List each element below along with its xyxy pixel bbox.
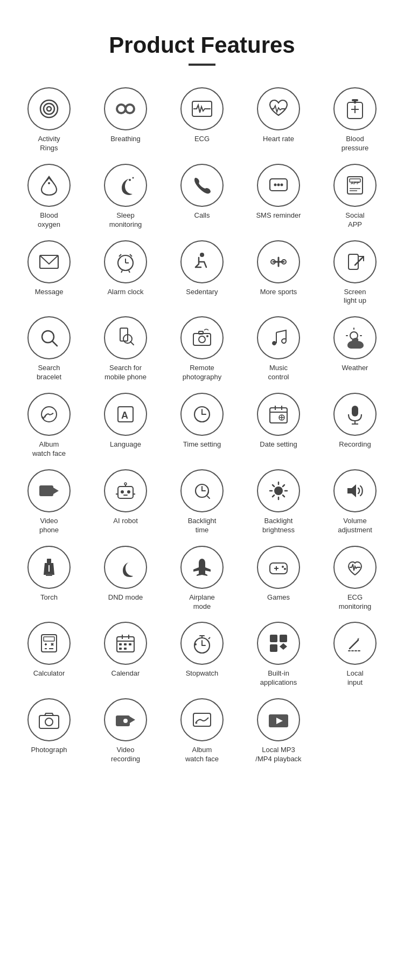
feature-weather: Weather bbox=[319, 316, 391, 382]
feature-search-mobile: Search formobile phone bbox=[90, 316, 161, 382]
activity-rings-icon-circle bbox=[27, 87, 71, 130]
feature-sedentary: Sedentary bbox=[166, 240, 238, 306]
feature-dnd-mode: DND mode bbox=[90, 546, 161, 611]
feature-album-watch-face2: Albumwatch face bbox=[166, 698, 238, 764]
feature-social-app: APP SocialAPP bbox=[319, 164, 391, 230]
torch-icon-circle bbox=[27, 546, 71, 589]
svg-rect-132 bbox=[39, 715, 59, 728]
album-watch-face-icon-circle bbox=[27, 393, 71, 436]
svg-point-74 bbox=[121, 490, 124, 494]
recording-icon-circle bbox=[333, 393, 377, 436]
feature-message: Message bbox=[13, 240, 85, 306]
alarm-clock-label: Alarm clock bbox=[107, 288, 143, 297]
svg-rect-129 bbox=[270, 644, 277, 652]
search-bracelet-icon-circle bbox=[27, 316, 71, 359]
photograph-label: Photograph bbox=[31, 746, 67, 755]
feature-date-setting: Date setting bbox=[243, 393, 314, 458]
svg-line-92 bbox=[283, 485, 284, 486]
games-icon-circle bbox=[257, 546, 300, 589]
feature-sms-reminder: SMS reminder bbox=[243, 164, 314, 230]
time-setting-icon-circle bbox=[180, 393, 224, 436]
svg-rect-119 bbox=[124, 648, 127, 650]
torch-label: Torch bbox=[40, 593, 58, 602]
svg-line-93 bbox=[273, 495, 274, 497]
message-icon-circle bbox=[27, 240, 71, 283]
calculator-icon-circle bbox=[27, 622, 71, 665]
album-watch-face-label: Albumwatch face bbox=[32, 440, 66, 458]
svg-point-13 bbox=[48, 182, 50, 184]
music-control-label: Musiccontrol bbox=[268, 364, 289, 382]
social-app-label: SocialAPP bbox=[345, 211, 364, 230]
svg-rect-45 bbox=[193, 333, 211, 345]
date-setting-label: Date setting bbox=[260, 440, 297, 449]
svg-line-84 bbox=[207, 496, 210, 498]
volume-adjustment-icon-circle bbox=[333, 469, 377, 512]
dnd-mode-label: DND mode bbox=[108, 593, 143, 602]
svg-point-126 bbox=[194, 643, 197, 645]
feature-ecg-monitoring: ECGmonitoring bbox=[319, 546, 391, 611]
remote-photography-icon-circle bbox=[180, 316, 224, 359]
svg-rect-115 bbox=[119, 643, 122, 645]
ecg-label: ECG bbox=[194, 135, 210, 144]
svg-point-6 bbox=[127, 106, 133, 112]
built-in-apps-icon-circle bbox=[257, 622, 300, 665]
svg-point-14 bbox=[129, 179, 131, 181]
sleep-monitoring-icon-circle bbox=[104, 164, 147, 207]
feature-music-control: Musiccontrol bbox=[243, 316, 314, 382]
breathing-label: Breathing bbox=[110, 135, 141, 144]
sms-reminder-icon-circle bbox=[257, 164, 300, 207]
video-recording-icon-circle bbox=[104, 698, 147, 741]
feature-stopwatch: Stopwatch bbox=[166, 622, 238, 687]
social-app-icon-circle: APP bbox=[333, 164, 377, 207]
message-label: Message bbox=[35, 288, 64, 297]
calls-label: Calls bbox=[194, 211, 210, 220]
calculator-label: Calculator bbox=[33, 669, 65, 678]
heart-rate-icon-circle bbox=[257, 87, 300, 130]
svg-rect-95 bbox=[47, 559, 51, 563]
feature-video-phone: Videophone bbox=[13, 469, 85, 535]
svg-point-1 bbox=[44, 103, 54, 114]
svg-point-15 bbox=[133, 177, 134, 178]
feature-backlight-time: Backlighttime bbox=[166, 469, 238, 535]
feature-ai-robot: AI robot bbox=[90, 469, 161, 535]
svg-point-18 bbox=[277, 183, 280, 186]
calendar-icon-circle bbox=[104, 622, 147, 665]
airplane-mode-icon-circle bbox=[180, 546, 224, 589]
feature-alarm-clock: Alarm clock bbox=[90, 240, 161, 306]
feature-remote-photography: Remotephotography bbox=[166, 316, 238, 382]
heart-rate-label: Heart rate bbox=[263, 135, 294, 144]
album-watch-face2-label: Albumwatch face bbox=[185, 746, 219, 764]
svg-point-101 bbox=[282, 566, 284, 568]
feature-local-mp3-mp4: Local MP3/MP4 playback bbox=[243, 698, 314, 764]
svg-point-75 bbox=[127, 490, 130, 494]
language-icon-circle: A bbox=[104, 393, 147, 436]
search-mobile-label: Search formobile phone bbox=[105, 364, 147, 382]
svg-line-31 bbox=[121, 270, 122, 273]
svg-marker-130 bbox=[280, 643, 287, 650]
feature-time-setting: Time setting bbox=[166, 393, 238, 458]
feature-calculator: Calculator bbox=[13, 622, 85, 687]
sleep-monitoring-label: Sleepmonitoring bbox=[109, 211, 142, 230]
svg-point-85 bbox=[274, 486, 283, 495]
svg-line-125 bbox=[208, 637, 210, 639]
search-mobile-icon-circle bbox=[104, 316, 147, 359]
svg-marker-94 bbox=[347, 484, 356, 497]
svg-text:A: A bbox=[121, 410, 128, 421]
blood-pressure-icon-circle bbox=[333, 87, 377, 130]
svg-marker-135 bbox=[130, 717, 135, 723]
svg-rect-68 bbox=[352, 406, 358, 416]
svg-point-2 bbox=[47, 107, 51, 111]
svg-rect-61 bbox=[270, 408, 287, 423]
local-input-icon-circle bbox=[333, 622, 377, 665]
feature-sleep-monitoring: Sleepmonitoring bbox=[90, 164, 161, 230]
svg-point-78 bbox=[124, 483, 127, 485]
svg-rect-39 bbox=[349, 254, 358, 269]
backlight-brightness-icon-circle bbox=[257, 469, 300, 512]
photograph-icon-circle bbox=[27, 698, 71, 741]
remote-photography-label: Remotephotography bbox=[183, 364, 221, 382]
feature-built-in-apps: Built-inapplications bbox=[243, 622, 314, 687]
backlight-time-label: Backlighttime bbox=[188, 517, 217, 535]
ecg-monitoring-icon-circle bbox=[333, 546, 377, 589]
feature-games: Games bbox=[243, 546, 314, 611]
svg-line-30 bbox=[130, 254, 132, 256]
